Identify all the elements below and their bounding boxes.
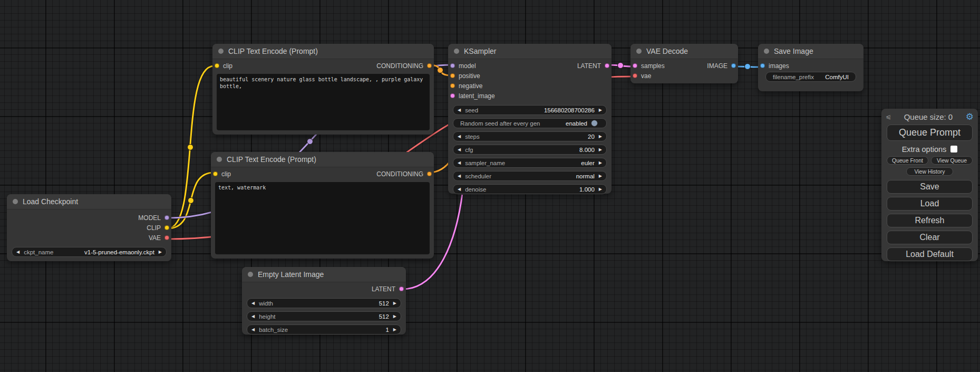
port-clip-input[interactable] (215, 63, 219, 68)
port-conditioning-output[interactable] (427, 171, 432, 176)
node-title-bar[interactable]: VAE Decode (630, 44, 738, 59)
node-title-bar[interactable]: CLIP Text Encode (Prompt) (212, 44, 434, 59)
increment-arrow-icon[interactable]: ▶ (595, 187, 606, 192)
widget-value[interactable]: 1.000 (579, 186, 595, 193)
widget-value[interactable]: euler (581, 160, 595, 166)
port-label: CONDITIONING (376, 170, 423, 178)
increment-arrow-icon[interactable]: ▶ (389, 314, 401, 319)
load-button[interactable]: Load (887, 197, 973, 211)
port-negative-input[interactable] (450, 83, 455, 88)
node-title-bar[interactable]: Save Image (758, 44, 863, 59)
collapse-dot-icon[interactable] (13, 199, 18, 204)
widget-filename-prefix[interactable]: filename_prefix ComfyUI (765, 72, 856, 82)
port-model-input[interactable] (450, 63, 455, 68)
collapse-dot-icon[interactable] (217, 157, 222, 162)
port-latent-output[interactable] (399, 287, 404, 291)
widget-seed[interactable]: ◀ seed 156680208700286 ▶ (453, 105, 607, 115)
port-positive-input[interactable] (450, 73, 455, 78)
increment-arrow-icon[interactable]: ▶ (389, 301, 401, 306)
widget-value[interactable]: v1-5-pruned-emaonly.ckpt (84, 249, 154, 255)
node-title-bar[interactable]: CLIP Text Encode (Prompt) (211, 152, 434, 167)
clear-button[interactable]: Clear (887, 231, 973, 244)
load-default-button[interactable]: Load Default (887, 247, 973, 261)
port-samples-input[interactable] (633, 63, 637, 68)
port-label: LATENT (372, 285, 395, 293)
widget-random-seed-toggle[interactable]: Random seed after every gen enabled (453, 118, 607, 128)
port-images-input[interactable] (760, 63, 765, 68)
increment-arrow-icon[interactable]: ▶ (595, 148, 606, 152)
decrement-arrow-icon[interactable]: ◀ (453, 187, 465, 192)
collapse-dot-icon[interactable] (454, 49, 459, 54)
collapse-dot-icon[interactable] (218, 49, 224, 54)
collapse-dot-icon[interactable] (636, 49, 642, 54)
queue-prompt-button[interactable]: Queue Prompt (887, 125, 973, 141)
increment-arrow-icon[interactable]: ▶ (154, 250, 166, 254)
node-title-bar[interactable]: Empty Latent Image (242, 267, 406, 282)
node-title-bar[interactable]: KSampler (448, 44, 612, 59)
port-label: samples (641, 62, 665, 70)
decrement-arrow-icon[interactable]: ◀ (12, 250, 24, 254)
link-midpoint-dot[interactable] (745, 64, 751, 70)
widget-value[interactable]: 512 (379, 300, 389, 307)
widget-label: ckpt_name (24, 249, 53, 255)
node-title-bar[interactable]: Load Checkpoint (7, 194, 171, 209)
widget-scheduler[interactable]: ◀ scheduler normal ▶ (453, 171, 607, 181)
decrement-arrow-icon[interactable]: ◀ (453, 174, 465, 178)
link-midpoint-dot[interactable] (307, 139, 313, 145)
decrement-arrow-icon[interactable]: ◀ (453, 135, 465, 139)
widget-batch-size[interactable]: ◀ batch_size 1 ▶ (247, 325, 401, 335)
increment-arrow-icon[interactable]: ▶ (595, 135, 606, 139)
decrement-arrow-icon[interactable]: ◀ (453, 161, 465, 165)
prompt-textarea[interactable]: beautiful scenery nature glass bottle la… (217, 74, 430, 130)
collapse-dot-icon[interactable] (764, 49, 769, 54)
port-latent-output[interactable] (605, 63, 609, 68)
widget-value[interactable]: 20 (588, 133, 595, 140)
drag-handle-icon[interactable]: ⩿ (886, 113, 891, 120)
collapse-dot-icon[interactable] (248, 272, 253, 277)
link-midpoint-dot[interactable] (438, 68, 443, 73)
port-clip-input[interactable] (213, 171, 218, 176)
widget-height[interactable]: ◀ height 512 ▶ (247, 311, 401, 321)
widget-ckpt-name[interactable]: ◀ ckpt_name v1-5-pruned-emaonly.ckpt ▶ (12, 247, 167, 257)
queue-front-button[interactable]: Queue Front (887, 156, 928, 165)
link-midpoint-dot[interactable] (188, 198, 194, 204)
increment-arrow-icon[interactable]: ▶ (595, 174, 606, 178)
decrement-arrow-icon[interactable]: ◀ (453, 148, 465, 152)
port-vae-input[interactable] (633, 73, 637, 78)
node-title: VAE Decode (646, 47, 688, 55)
port-image-output[interactable] (731, 63, 736, 68)
toggle-dot-icon[interactable] (591, 120, 598, 127)
decrement-arrow-icon[interactable]: ◀ (247, 301, 259, 306)
widget-width[interactable]: ◀ width 512 ▶ (247, 298, 401, 308)
decrement-arrow-icon[interactable]: ◀ (247, 328, 259, 332)
widget-value[interactable]: 512 (379, 313, 389, 320)
increment-arrow-icon[interactable]: ▶ (595, 161, 606, 165)
widget-cfg[interactable]: ◀ cfg 8.000 ▶ (453, 145, 607, 155)
widget-value[interactable]: 8.000 (579, 147, 595, 153)
increment-arrow-icon[interactable]: ▶ (595, 108, 606, 112)
view-history-button[interactable]: View History (906, 167, 953, 176)
port-latent-image-input[interactable] (450, 93, 455, 98)
view-queue-button[interactable]: View Queue (931, 156, 973, 165)
widget-value[interactable]: normal (576, 173, 595, 179)
link-midpoint-dot[interactable] (618, 63, 624, 69)
port-conditioning-output[interactable] (427, 63, 432, 68)
gear-icon[interactable]: ⚙ (966, 112, 974, 121)
port-clip-output[interactable] (164, 225, 169, 230)
widget-denoise[interactable]: ◀ denoise 1.000 ▶ (453, 184, 607, 194)
link-midpoint-dot[interactable] (188, 145, 193, 150)
widget-value[interactable]: 156680208700286 (544, 107, 595, 113)
increment-arrow-icon[interactable]: ▶ (389, 328, 401, 332)
decrement-arrow-icon[interactable]: ◀ (453, 108, 465, 112)
port-model-output[interactable] (164, 215, 169, 220)
extra-options-checkbox[interactable] (950, 146, 957, 152)
port-vae-output[interactable] (164, 235, 169, 240)
queue-size-label: Queue size: 0 (891, 112, 966, 121)
refresh-button[interactable]: Refresh (887, 214, 973, 227)
prompt-textarea[interactable]: text, watermark (215, 182, 430, 254)
save-button[interactable]: Save (887, 180, 973, 194)
widget-sampler-name[interactable]: ◀ sampler_name euler ▶ (453, 158, 607, 168)
decrement-arrow-icon[interactable]: ◀ (247, 314, 259, 319)
widget-steps[interactable]: ◀ steps 20 ▶ (453, 131, 607, 141)
widget-value[interactable]: ComfyUI (825, 74, 849, 80)
